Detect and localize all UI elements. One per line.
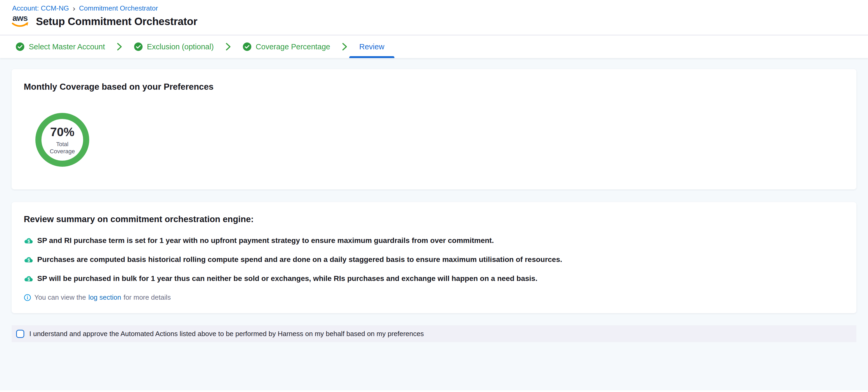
cloud-dollar-icon: $ <box>24 256 33 263</box>
consent-bar: I understand and approve the Automated A… <box>11 325 857 342</box>
page-header: Account: CCM-NG › Commitment Orchestrato… <box>0 0 868 35</box>
aws-logo-icon: aws <box>11 13 29 29</box>
cloud-dollar-icon: $ <box>24 275 33 282</box>
step-label: Review <box>359 42 384 51</box>
info-suffix: for more details <box>124 293 171 301</box>
breadcrumb-account-link[interactable]: Account: CCM-NG <box>12 4 69 12</box>
coverage-donut-chart: 70% Total Coverage <box>35 113 89 167</box>
log-info-text: You can view thelog sectionfor more deta… <box>34 293 171 301</box>
coverage-card-title: Monthly Coverage based on your Preferenc… <box>24 82 844 92</box>
summary-bullet-row: $ Purchases are computed basis historica… <box>24 255 844 264</box>
donut-label-line2: Coverage <box>50 148 75 155</box>
summary-bullet-text: SP and RI purchase term is set for 1 yea… <box>37 236 494 245</box>
svg-text:$: $ <box>28 239 30 243</box>
wizard-stepbar: Select Master Account Exclusion (optiona… <box>0 35 868 58</box>
title-row: aws Setup Commitment Orchestrator <box>11 13 868 29</box>
wizard-step-coverage-percentage[interactable]: Coverage Percentage <box>243 35 330 58</box>
log-info-row: You can view thelog sectionfor more deta… <box>24 293 844 301</box>
svg-text:$: $ <box>28 258 30 262</box>
summary-card-title: Review summary on commitment orchestrati… <box>24 214 844 224</box>
page-content: Monthly Coverage based on your Preferenc… <box>0 58 868 391</box>
svg-text:$: $ <box>28 277 30 282</box>
bottom-edge <box>0 390 868 392</box>
step-label: Coverage Percentage <box>256 42 330 51</box>
breadcrumb-page-link[interactable]: Commitment Orchestrator <box>79 4 158 12</box>
summary-bullet-row: $ SP and RI purchase term is set for 1 y… <box>24 236 844 245</box>
wizard-step-review[interactable]: Review <box>359 35 384 58</box>
log-section-link[interactable]: log section <box>88 293 121 301</box>
wizard-step-exclusion[interactable]: Exclusion (optional) <box>134 35 214 58</box>
coverage-donut-label: Total Coverage <box>50 141 75 155</box>
check-circle-icon <box>134 42 143 51</box>
wizard-step-select-master-account[interactable]: Select Master Account <box>16 35 105 58</box>
consent-checkbox[interactable] <box>16 330 24 338</box>
consent-label[interactable]: I understand and approve the Automated A… <box>29 330 424 338</box>
breadcrumb: Account: CCM-NG › Commitment Orchestrato… <box>0 0 868 12</box>
donut-label-line1: Total <box>56 141 68 148</box>
cloud-dollar-icon: $ <box>24 237 33 244</box>
page-title: Setup Commitment Orchestrator <box>36 15 197 27</box>
step-label: Exclusion (optional) <box>147 42 214 51</box>
summary-bullet-list: $ SP and RI purchase term is set for 1 y… <box>24 236 844 283</box>
review-summary-card: Review summary on commitment orchestrati… <box>11 202 857 313</box>
info-prefix: You can view the <box>34 293 86 301</box>
svg-text:aws: aws <box>12 13 28 23</box>
chevron-right-icon <box>342 43 348 51</box>
monthly-coverage-card: Monthly Coverage based on your Preferenc… <box>11 69 857 189</box>
chevron-right-icon <box>117 43 123 51</box>
check-circle-icon <box>16 42 24 51</box>
page: { "breadcrumb": { "separator": "\u203a",… <box>0 0 868 392</box>
check-circle-icon <box>243 42 251 51</box>
info-icon <box>24 294 31 301</box>
step-label: Select Master Account <box>29 42 105 51</box>
summary-bullet-row: $ SP will be purchased in bulk for 1 yea… <box>24 274 844 283</box>
breadcrumb-separator-icon: › <box>72 5 75 12</box>
coverage-percent-value: 70% <box>50 125 74 139</box>
summary-bullet-text: Purchases are computed basis historical … <box>37 255 562 264</box>
summary-bullet-text: SP will be purchased in bulk for 1 year … <box>37 274 537 283</box>
chevron-right-icon <box>225 43 231 51</box>
